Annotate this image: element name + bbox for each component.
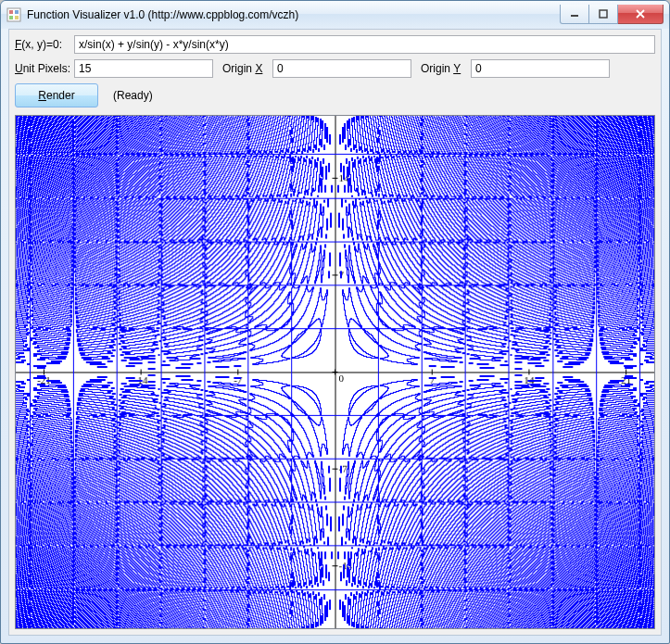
maximize-button[interactable] [589, 5, 618, 24]
client-area: F(x, y)=0: Unit Pixels: Origin X Origin … [8, 29, 662, 636]
unit-pixels-label: Unit Pixels: [15, 62, 70, 75]
svg-rect-5 [571, 15, 578, 17]
origin-x-input[interactable] [272, 59, 411, 78]
formula-input[interactable] [74, 35, 655, 54]
origin-y-input[interactable] [471, 59, 610, 78]
render-button[interactable]: Render [15, 83, 98, 107]
svg-rect-1 [9, 10, 13, 14]
unit-pixels-input[interactable] [74, 59, 213, 78]
origin-x-label: Origin X [222, 62, 269, 75]
svg-rect-3 [9, 16, 13, 19]
window-buttons [560, 5, 664, 24]
titlebar[interactable]: Function Visualizer v1.0 (http://www.cpp… [1, 1, 669, 29]
svg-rect-2 [15, 10, 19, 14]
status-text: (Ready) [113, 89, 153, 102]
app-icon [6, 7, 21, 22]
formula-row: F(x, y)=0: [15, 35, 655, 54]
close-button[interactable] [618, 5, 664, 24]
origin-y-label: Origin Y [421, 62, 467, 75]
window-frame: Function Visualizer v1.0 (http://www.cpp… [0, 0, 670, 644]
window-title: Function Visualizer v1.0 (http://www.cpp… [27, 8, 560, 21]
plot-area[interactable] [15, 115, 655, 629]
svg-rect-6 [600, 10, 607, 18]
params-row: Unit Pixels: Origin X Origin Y [15, 59, 655, 78]
minimize-button[interactable] [560, 5, 589, 24]
formula-label: F(x, y)=0: [15, 38, 70, 51]
svg-rect-4 [15, 16, 19, 19]
plot-canvas [16, 116, 654, 628]
action-row: Render (Ready) [15, 83, 655, 107]
